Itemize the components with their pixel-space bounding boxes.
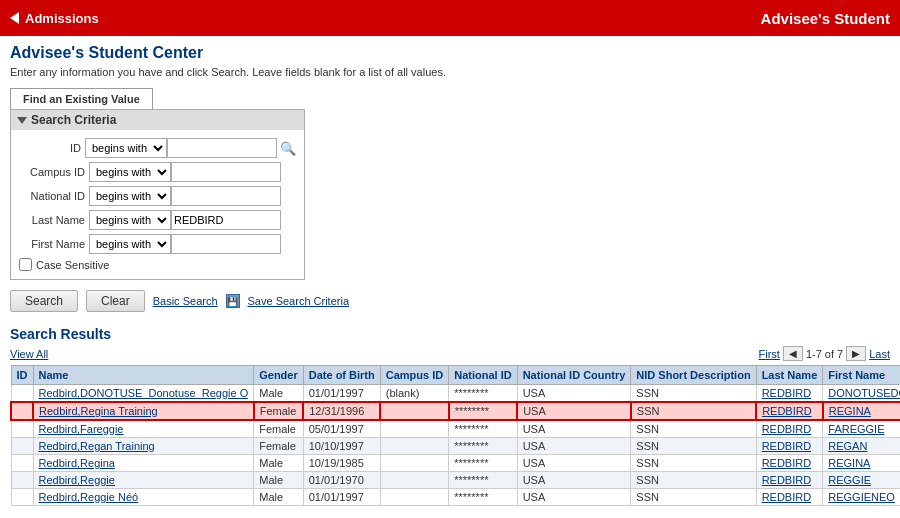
results-title: Search Results <box>10 326 890 342</box>
cell-first-name[interactable]: REGAN <box>823 438 900 455</box>
first-name-input[interactable] <box>171 234 281 254</box>
cell-last-name[interactable]: REDBIRD <box>756 489 823 506</box>
cell-last-name[interactable]: REDBIRD <box>756 402 823 420</box>
cell-gender: Female <box>254 438 304 455</box>
back-button[interactable]: Admissions <box>10 11 99 26</box>
cell-campus-id <box>380 420 448 438</box>
cell-campus-id <box>380 438 448 455</box>
cell-last-name[interactable]: REDBIRD <box>756 420 823 438</box>
cell-national-id: ******** <box>449 402 517 420</box>
cell-campus-id: (blank) <box>380 385 448 403</box>
table-row[interactable]: Redbird,Reggie NéóMale01/01/1997********… <box>11 489 900 506</box>
cell-last-name[interactable]: REDBIRD <box>756 385 823 403</box>
campus-id-operator[interactable]: begins with = contains <box>89 162 171 182</box>
table-row[interactable]: Redbird,Regan TrainingFemale10/10/1997**… <box>11 438 900 455</box>
cell-first-name[interactable]: REGGIENEO <box>823 489 900 506</box>
cell-last-name[interactable]: REDBIRD <box>756 472 823 489</box>
cell-first-name[interactable]: REGGIE <box>823 472 900 489</box>
national-id-input[interactable] <box>171 186 281 206</box>
cell-first-name[interactable]: DONOTUSEDONOTUSEREGGIE <box>823 385 900 403</box>
first-name-label: First Name <box>19 238 89 250</box>
search-button[interactable]: Search <box>10 290 78 312</box>
cell-campus-id <box>380 402 448 420</box>
collapse-icon[interactable] <box>17 117 27 124</box>
cell-id <box>11 438 33 455</box>
col-national-id: National ID <box>449 366 517 385</box>
campus-id-row: Campus ID begins with = contains <box>19 162 296 182</box>
table-row[interactable]: Redbird,DONOTUSE_Donotuse_Reggie OMale01… <box>11 385 900 403</box>
cell-name[interactable]: Redbird,Fareggie <box>33 420 254 438</box>
cell-name[interactable]: Redbird,Reggie Néó <box>33 489 254 506</box>
cell-dob: 01/01/1997 <box>303 385 380 403</box>
clear-button[interactable]: Clear <box>86 290 145 312</box>
national-id-row: National ID begins with = contains <box>19 186 296 206</box>
cell-first-name[interactable]: FAREGGIE <box>823 420 900 438</box>
basic-search-button[interactable]: Basic Search <box>153 295 218 307</box>
next-page-button[interactable]: ▶ <box>846 346 866 361</box>
last-link[interactable]: Last <box>869 348 890 360</box>
cell-country: USA <box>517 472 631 489</box>
cell-name[interactable]: Redbird,Regina <box>33 455 254 472</box>
col-nid-desc: NID Short Description <box>631 366 756 385</box>
table-header-row: ID Name Gender Date of Birth Campus ID N… <box>11 366 900 385</box>
campus-id-label: Campus ID <box>19 166 89 178</box>
save-search-button[interactable]: Save Search Criteria <box>248 295 350 307</box>
cell-country: USA <box>517 385 631 403</box>
last-name-row: Last Name begins with = contains <box>19 210 296 230</box>
cell-nid-desc: SSN <box>631 438 756 455</box>
cell-first-name[interactable]: REGINA <box>823 455 900 472</box>
cell-gender: Female <box>254 402 304 420</box>
tab-bar: Find an Existing Value <box>10 88 890 109</box>
lookup-icon[interactable]: 🔍 <box>280 141 296 156</box>
campus-id-input[interactable] <box>171 162 281 182</box>
prev-page-button[interactable]: ◀ <box>783 346 803 361</box>
cell-name[interactable]: Redbird,DONOTUSE_Donotuse_Reggie O <box>33 385 254 403</box>
search-criteria-header: Search Criteria <box>11 110 304 130</box>
col-dob: Date of Birth <box>303 366 380 385</box>
search-criteria-box: Search Criteria ID begins with = contain… <box>10 109 305 280</box>
cell-name[interactable]: Redbird,Regina Training <box>33 402 254 420</box>
national-id-operator[interactable]: begins with = contains <box>89 186 171 206</box>
cell-country: USA <box>517 455 631 472</box>
cell-dob: 12/31/1996 <box>303 402 380 420</box>
last-name-label: Last Name <box>19 214 89 226</box>
main-content: Advisee's Student Center Enter any infor… <box>0 36 900 514</box>
table-row[interactable]: Redbird,ReggieMale01/01/1970********USAS… <box>11 472 900 489</box>
last-name-operator[interactable]: begins with = contains <box>89 210 171 230</box>
id-operator[interactable]: begins with = contains <box>85 138 167 158</box>
cell-name[interactable]: Redbird,Regan Training <box>33 438 254 455</box>
first-name-operator[interactable]: begins with = contains <box>89 234 171 254</box>
cell-last-name[interactable]: REDBIRD <box>756 438 823 455</box>
cell-name[interactable]: Redbird,Reggie <box>33 472 254 489</box>
save-search-icon: 💾 <box>226 294 240 308</box>
case-sensitive-checkbox[interactable] <box>19 258 32 271</box>
cell-last-name[interactable]: REDBIRD <box>756 455 823 472</box>
view-all-link[interactable]: View All <box>10 348 48 360</box>
col-campus-id: Campus ID <box>380 366 448 385</box>
table-row[interactable]: Redbird,FareggieFemale05/01/1997********… <box>11 420 900 438</box>
results-controls: View All First ◀ 1-7 of 7 ▶ Last <box>10 346 890 361</box>
cell-nid-desc: SSN <box>631 385 756 403</box>
id-input[interactable] <box>167 138 277 158</box>
cell-national-id: ******** <box>449 438 517 455</box>
cell-gender: Male <box>254 385 304 403</box>
cell-nid-desc: SSN <box>631 402 756 420</box>
table-row[interactable]: Redbird,ReginaMale10/19/1985********USAS… <box>11 455 900 472</box>
cell-first-name[interactable]: REGINA <box>823 402 900 420</box>
tab-find-existing[interactable]: Find an Existing Value <box>10 88 153 109</box>
cell-id <box>11 472 33 489</box>
cell-campus-id <box>380 472 448 489</box>
table-row[interactable]: Redbird,Regina TrainingFemale12/31/1996*… <box>11 402 900 420</box>
cell-nid-desc: SSN <box>631 472 756 489</box>
cell-national-id: ******** <box>449 472 517 489</box>
col-first-name: First Name <box>823 366 900 385</box>
cell-campus-id <box>380 455 448 472</box>
cell-country: USA <box>517 420 631 438</box>
header-back-label: Admissions <box>25 11 99 26</box>
cell-national-id: ******** <box>449 385 517 403</box>
cell-gender: Male <box>254 455 304 472</box>
case-sensitive-label: Case Sensitive <box>36 259 109 271</box>
first-link[interactable]: First <box>759 348 780 360</box>
last-name-input[interactable] <box>171 210 281 230</box>
id-row: ID begins with = contains 🔍 <box>19 138 296 158</box>
